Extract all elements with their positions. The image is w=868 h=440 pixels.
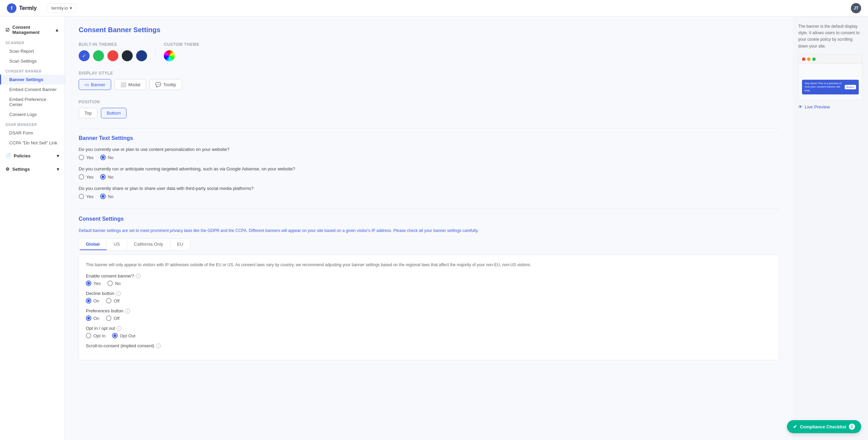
preview-topbar — [799, 55, 862, 64]
theme-swatch-dark[interactable] — [122, 50, 133, 61]
enable-consent-no[interactable]: No — [107, 281, 121, 286]
q3-no-option[interactable]: No — [100, 194, 114, 199]
tab-california-only[interactable]: California Only — [127, 239, 170, 250]
opt-out-option[interactable]: Opt Out — [112, 333, 135, 338]
q2-text: Do you currently run or anticipate runni… — [79, 166, 779, 171]
position-btn-bottom[interactable]: Bottom — [101, 108, 127, 118]
theme-swatch-blue[interactable]: ✓ — [79, 50, 90, 61]
themes-separator — [155, 46, 156, 57]
enable-consent-no-radio[interactable] — [107, 281, 113, 286]
site-selector[interactable]: termly.io ▾ — [47, 3, 77, 13]
tab-global[interactable]: Global — [79, 239, 107, 250]
position-label: Position — [79, 100, 779, 104]
theme-swatch-navy[interactable] — [136, 50, 147, 61]
preferences-button-field: Preferences button i On Off — [86, 308, 772, 321]
custom-theme-group: Custom Theme — [164, 42, 199, 61]
q1-no-option[interactable]: No — [100, 155, 114, 160]
banner-text-settings-title: Banner Text Settings — [79, 135, 779, 141]
embed-preference-center-label: Embed Preference Center — [9, 97, 59, 107]
right-panel-desc: The banner is the default display style.… — [798, 23, 863, 50]
q1-yes-radio[interactable] — [79, 155, 84, 160]
decline-button-off-radio[interactable] — [106, 298, 111, 303]
theme-swatch-red[interactable] — [107, 50, 118, 61]
builtin-themes-label: Built-in Themes — [79, 42, 147, 47]
logo[interactable]: f Termly — [7, 3, 37, 13]
custom-theme-swatch[interactable] — [164, 50, 175, 61]
display-style-btn-banner[interactable]: ▭ Banner — [79, 79, 111, 90]
q1-radio-group: Yes No — [79, 155, 779, 160]
position-btn-top[interactable]: Top — [79, 108, 97, 118]
enable-consent-yes-radio[interactable] — [86, 281, 91, 286]
embed-consent-banner-label: Embed Consent Banner — [9, 87, 57, 92]
theme-swatch-green[interactable] — [93, 50, 104, 61]
sidebar-item-scan-report[interactable]: Scan Report — [0, 46, 65, 56]
opt-in-radio[interactable] — [86, 333, 91, 338]
q2-yes-radio[interactable] — [79, 174, 84, 180]
q2-no-option[interactable]: No — [100, 174, 114, 180]
q1-no-radio[interactable] — [100, 155, 106, 160]
question-3: Do you currently share or plan to share … — [79, 186, 779, 199]
consent-banner-category: CONSENT BANNER — [0, 66, 65, 75]
position-section: Position Top Bottom — [79, 100, 779, 118]
enable-consent-label-text: Enable consent banner? — [86, 273, 134, 279]
sidebar-item-policies[interactable]: 📄 Policies ▾ — [0, 151, 65, 161]
q1-yes-option[interactable]: Yes — [79, 155, 93, 160]
opt-in-option[interactable]: Opt In — [86, 333, 105, 338]
display-style-btn-tooltip[interactable]: 💬 Tooltip — [149, 79, 182, 90]
q3-no-radio[interactable] — [100, 194, 106, 199]
sidebar-item-ccpa-link[interactable]: CCPA "Do Not Sell" Link — [0, 138, 65, 148]
compliance-checklist-button[interactable]: ✔ Compliance Checklist 2 — [787, 420, 861, 433]
consent-settings-desc: Default banner settings are set to meet … — [79, 228, 779, 234]
opt-out-label: Opt Out — [120, 333, 135, 338]
themes-row: Built-in Themes ✓ Custom Theme — [79, 42, 779, 61]
preferences-button-off[interactable]: Off — [106, 315, 119, 321]
sidebar-item-consent-management[interactable]: ☑ Consent Management ▲ — [0, 22, 65, 38]
sidebar-item-embed-preference-center[interactable]: Embed Preference Center — [0, 94, 65, 109]
scroll-consent-info-icon[interactable]: i — [156, 344, 161, 348]
right-panel: The banner is the default display style.… — [793, 16, 868, 440]
preferences-button-off-radio[interactable] — [106, 315, 111, 321]
decline-button-on-radio[interactable] — [86, 298, 91, 303]
theme-swatches: ✓ — [79, 50, 147, 61]
preferences-button-on[interactable]: On — [86, 315, 99, 321]
banner-settings-label: Banner Settings — [9, 77, 43, 82]
preferences-button-on-radio[interactable] — [86, 315, 91, 321]
sidebar-item-banner-settings[interactable]: Banner Settings — [0, 75, 65, 85]
enable-consent-yes[interactable]: Yes — [86, 281, 101, 286]
enable-consent-info-icon[interactable]: i — [136, 274, 141, 279]
live-preview-link[interactable]: 👁 Live Preview — [798, 104, 863, 109]
avatar[interactable]: JT — [851, 3, 861, 13]
tab-eu[interactable]: EU — [170, 239, 190, 250]
divider-2 — [79, 209, 779, 209]
scanner-category: SCANNER — [0, 38, 65, 46]
enable-consent-field: Enable consent banner? i Yes No — [86, 273, 772, 286]
consent-tabs-row: Global US California Only EU — [79, 238, 190, 250]
q2-yes-option[interactable]: Yes — [79, 174, 93, 180]
q3-yes-option[interactable]: Yes — [79, 194, 93, 199]
decline-button-on[interactable]: On — [86, 298, 99, 303]
display-style-btn-modal[interactable]: ⬜ Modal — [115, 79, 146, 90]
builtin-themes-group: Built-in Themes ✓ — [79, 42, 147, 61]
enable-consent-radio-group: Yes No — [86, 281, 772, 286]
banner-icon: ▭ — [84, 82, 89, 87]
sidebar-item-scan-settings[interactable]: Scan Settings — [0, 56, 65, 66]
q3-yes-radio[interactable] — [79, 194, 84, 199]
display-style-options: ▭ Banner ⬜ Modal 💬 Tooltip — [79, 79, 779, 90]
item-left-settings: ⚙ Settings — [5, 167, 30, 172]
live-preview-label: Live Preview — [805, 104, 830, 109]
sidebar-item-embed-consent-banner[interactable]: Embed Consent Banner — [0, 85, 65, 94]
chevron-down-icon: ▾ — [57, 167, 59, 172]
preview-banner-btn: Button — [845, 85, 856, 89]
decline-button-info-icon[interactable]: i — [116, 291, 121, 296]
q2-no-radio[interactable] — [100, 174, 106, 180]
tab-us[interactable]: US — [107, 239, 127, 250]
sidebar-item-settings[interactable]: ⚙ Settings ▾ — [0, 164, 65, 174]
settings-section: ⚙ Settings ▾ — [0, 164, 65, 174]
opt-out-radio[interactable] — [112, 333, 118, 338]
decline-button-off[interactable]: Off — [106, 298, 119, 303]
opt-in-out-info-icon[interactable]: i — [117, 326, 121, 331]
sidebar-item-dsar-form[interactable]: DSAR Form — [0, 128, 65, 138]
preview-banner: Hey there! This is a preview of how your… — [802, 80, 859, 94]
preferences-button-info-icon[interactable]: i — [125, 309, 130, 313]
sidebar-item-consent-logs[interactable]: Consent Logs — [0, 109, 65, 119]
